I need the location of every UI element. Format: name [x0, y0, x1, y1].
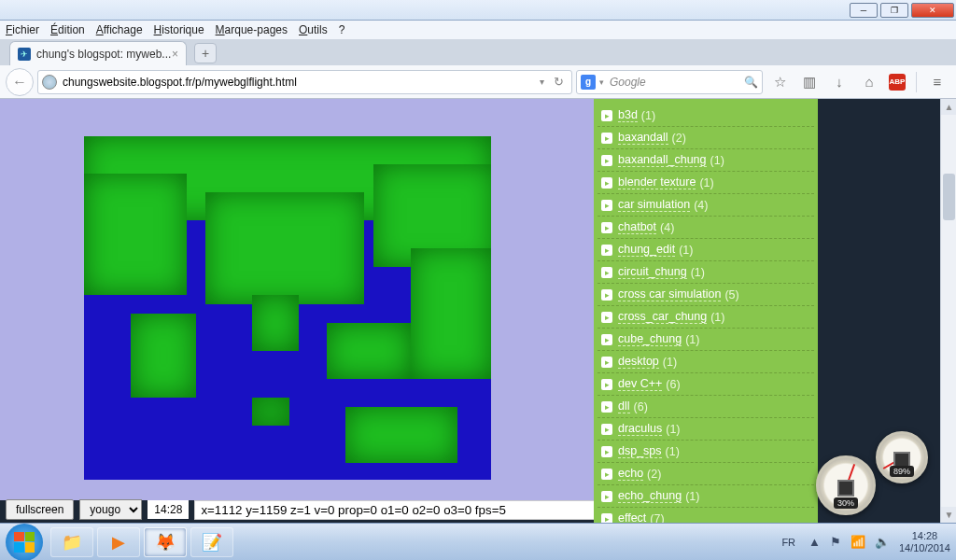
search-go-button[interactable]: 🔍: [744, 76, 758, 89]
taskbar-media-player[interactable]: ▶: [97, 527, 140, 557]
taskbar-firefox[interactable]: 🦊: [144, 527, 187, 557]
tab-close-button[interactable]: ×: [172, 48, 178, 61]
search-placeholder: Google: [610, 76, 646, 89]
window-minimize-button[interactable]: ─: [850, 3, 878, 18]
sidebar-count: (1): [685, 333, 699, 346]
google-icon[interactable]: g: [581, 75, 596, 90]
menu-help[interactable]: ?: [339, 23, 345, 36]
sidebar-label[interactable]: desktop: [618, 355, 659, 369]
sidebar-item[interactable]: ▸blender texture(1): [598, 172, 814, 194]
sidebar-label[interactable]: cross car simulation: [618, 287, 721, 301]
webgl-canvas[interactable]: [84, 136, 491, 480]
scroll-down-button[interactable]: ▼: [941, 507, 956, 523]
chip-icon: [837, 480, 854, 497]
sidebar-label[interactable]: cross_car_chung: [618, 310, 707, 324]
sidebar-item[interactable]: ▸baxandall_chung(1): [598, 149, 814, 172]
sidebar-item[interactable]: ▸b3d(1): [598, 105, 814, 127]
sidebar-label[interactable]: baxandall: [618, 131, 668, 145]
language-indicator[interactable]: FR: [778, 535, 799, 550]
arrow-icon: ▸: [601, 177, 612, 189]
sidebar-label[interactable]: chung_edit: [618, 243, 675, 257]
sidebar-count: (1): [685, 490, 699, 503]
menu-edit[interactable]: Édition: [50, 23, 85, 36]
search-bar[interactable]: g ▾ Google 🔍: [576, 70, 763, 94]
menu-file[interactable]: Fichier: [6, 23, 39, 36]
sidebar-item[interactable]: ▸echo_chung(1): [598, 485, 814, 508]
sidebar-item[interactable]: ▸circuit_chung(1): [598, 261, 814, 284]
sidebar-label[interactable]: effect: [618, 511, 646, 523]
sidebar-label[interactable]: dll: [618, 399, 630, 413]
terrain-block: [205, 192, 364, 304]
menu-history[interactable]: Historique: [154, 23, 204, 36]
sidebar-label[interactable]: cube_chung: [618, 332, 682, 346]
sidebar-label[interactable]: dev C++: [618, 377, 662, 391]
hamburger-menu-button[interactable]: ≡: [927, 72, 948, 92]
url-bar[interactable]: chungswebsite.blogspot.fr/p/mywebglfligh…: [37, 70, 572, 94]
arrow-icon: ▸: [601, 133, 612, 144]
sidebar-item[interactable]: ▸cross car simulation(5): [598, 284, 814, 306]
scroll-thumb[interactable]: [943, 174, 955, 220]
sidebar-item[interactable]: ▸draculus(1): [598, 418, 814, 441]
sidebar-label[interactable]: baxandall_chung: [618, 153, 707, 167]
sidebar-item[interactable]: ▸dev C++(6): [598, 373, 814, 396]
sidebar-item[interactable]: ▸echo(2): [598, 463, 814, 485]
home-button[interactable]: ⌂: [859, 72, 879, 92]
show-hidden-icons[interactable]: ▲: [808, 535, 821, 549]
sidebar-item[interactable]: ▸chatbot(4): [598, 217, 814, 239]
sidebar-label[interactable]: dsp_sps: [618, 444, 662, 458]
menu-bookmarks[interactable]: Marque-pages: [216, 23, 288, 36]
search-engine-caret-icon[interactable]: ▾: [599, 77, 604, 87]
sidebar-item[interactable]: ▸cube_chung(1): [598, 329, 814, 351]
volume-icon[interactable]: 🔈: [875, 535, 890, 549]
cpu-meter-gadget[interactable]: 89% 30%: [816, 431, 928, 515]
sim-status[interactable]: [194, 500, 605, 520]
sidebar-label[interactable]: echo_chung: [618, 489, 682, 503]
sidebar-count: (1): [666, 423, 680, 436]
sidebar-item[interactable]: ▸chung_edit(1): [598, 239, 814, 261]
sidebar-count: (2): [647, 468, 661, 481]
vertical-scrollbar[interactable]: ▲ ▼: [940, 99, 956, 523]
menu-view[interactable]: Affichage: [96, 23, 143, 36]
arrow-icon: ▸: [601, 357, 612, 368]
menu-tools[interactable]: Outils: [299, 23, 328, 36]
url-dropdown-icon[interactable]: ▾: [534, 77, 550, 87]
sidebar-count: (6): [666, 378, 680, 391]
sidebar-count: (5): [724, 288, 738, 301]
network-icon[interactable]: 📶: [851, 535, 865, 549]
plane-icon: ✈: [18, 48, 31, 61]
tab-active[interactable]: ✈ chung's blogspot: myweb... ×: [9, 41, 187, 65]
sidebar-item[interactable]: ▸car simulation(4): [598, 194, 814, 217]
sidebar-item[interactable]: ▸desktop(1): [598, 351, 814, 373]
abp-icon[interactable]: ABP: [889, 74, 906, 91]
sidebar-label[interactable]: b3d: [618, 108, 638, 122]
downloads-button[interactable]: ↓: [829, 72, 850, 92]
sidebar-label[interactable]: blender texture: [618, 175, 696, 189]
new-tab-button[interactable]: +: [194, 43, 217, 63]
fullscreen-button[interactable]: fullscreen: [6, 499, 74, 520]
sidebar-item[interactable]: ▸dll(6): [598, 396, 814, 418]
sidebar-label[interactable]: circuit_chung: [618, 265, 687, 279]
sidebar-item[interactable]: ▸dsp_sps(1): [598, 441, 814, 463]
window-close-button[interactable]: ✕: [911, 3, 954, 18]
sidebar-item[interactable]: ▸cross_car_chung(1): [598, 306, 814, 329]
scroll-up-button[interactable]: ▲: [941, 99, 956, 115]
sidebar-label[interactable]: draculus: [618, 422, 662, 436]
back-button[interactable]: ←: [6, 68, 34, 96]
reload-button[interactable]: ↻: [550, 75, 568, 89]
window-restore-button[interactable]: ❐: [880, 3, 908, 18]
sidebar-item[interactable]: ▸effect(7): [598, 508, 814, 523]
taskbar-clock[interactable]: 14:28 14/10/2014: [899, 530, 950, 553]
taskbar-notepadpp[interactable]: 📝: [190, 527, 233, 557]
sidebar-label[interactable]: chatbot: [618, 220, 656, 234]
flag-icon[interactable]: ⚑: [830, 535, 841, 549]
arrow-icon: ▸: [601, 200, 612, 211]
sidebar-item[interactable]: ▸baxandall(2): [598, 127, 814, 149]
taskbar-explorer[interactable]: 📁: [50, 527, 93, 557]
sidebar-label[interactable]: car simulation: [618, 198, 690, 212]
start-button[interactable]: [6, 524, 43, 561]
cpu-percent: 30%: [834, 497, 858, 509]
sidebar-label[interactable]: echo: [618, 467, 643, 481]
bookmark-star-button[interactable]: ☆: [769, 72, 790, 92]
reader-view-button[interactable]: ▥: [799, 72, 820, 92]
location-select[interactable]: yougo: [79, 499, 142, 520]
